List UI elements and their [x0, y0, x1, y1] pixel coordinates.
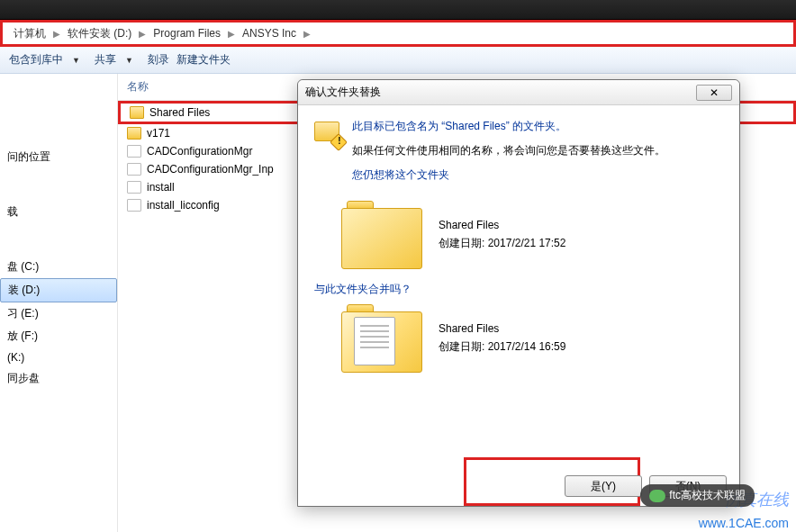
breadcrumb-item[interactable]: ANSYS Inc: [239, 25, 300, 41]
breadcrumb-item[interactable]: 软件安装 (D:): [64, 24, 135, 43]
overlay-url: www.1CAE.com: [699, 516, 789, 530]
folder-icon: [127, 127, 141, 140]
explorer-toolbar: 包含到库中▼ 共享▼ 刻录 新建文件夹: [0, 47, 796, 74]
folder-name: Shared Files: [439, 320, 565, 338]
folder-name: Shared Files: [439, 217, 565, 234]
share-button[interactable]: 共享▼: [95, 52, 140, 68]
close-button[interactable]: ✕: [696, 85, 732, 101]
chevron-right-icon: ▶: [224, 29, 239, 39]
address-bar[interactable]: 计算机 ▶ 软件安装 (D:) ▶ Program Files ▶ ANSYS …: [0, 20, 796, 47]
warning-folder-icon: [314, 118, 343, 147]
file-icon: [127, 181, 141, 194]
dialog-message: 此目标已包含名为 “Shared Files” 的文件夹。 如果任何文件使用相同…: [352, 118, 723, 192]
nav-drive[interactable]: 放 (F:): [0, 325, 117, 347]
nav-drive[interactable]: (K:): [0, 347, 117, 367]
merge-question: 与此文件夹合并吗？: [314, 282, 723, 297]
dialog-title-text: 确认文件夹替换: [305, 85, 381, 100]
file-name: install: [147, 181, 175, 194]
new-folder-button[interactable]: 新建文件夹: [176, 52, 231, 68]
file-icon: [127, 145, 141, 158]
overlay-badge: ftc高校技术联盟: [640, 484, 755, 507]
chevron-right-icon: ▶: [300, 29, 314, 39]
chat-icon: [649, 490, 665, 502]
file-icon: [127, 163, 141, 176]
nav-drive-selected[interactable]: 装 (D:): [0, 278, 117, 302]
folder-large-icon: [341, 201, 422, 269]
breadcrumb-item[interactable]: Program Files: [149, 25, 224, 41]
burn-button[interactable]: 刻录: [148, 52, 169, 68]
yes-button[interactable]: 是(Y): [565, 475, 642, 497]
folder-open-icon: [341, 304, 422, 373]
file-name: CADConfigurationMgr: [147, 145, 252, 158]
file-name: CADConfigurationMgr_Inp: [147, 163, 274, 176]
breadcrumb-item[interactable]: 计算机: [10, 24, 50, 43]
nav-tree[interactable]: 问的位置 载 盘 (C:) 装 (D:) 习 (E:) 放 (F:) (K:) …: [0, 74, 117, 532]
file-icon: [127, 199, 141, 212]
confirm-replace-dialog: 确认文件夹替换 ✕ 此目标已包含名为 “Shared Files” 的文件夹。 …: [297, 79, 740, 507]
file-name: install_licconfig: [147, 199, 220, 212]
file-name: Shared Files: [149, 106, 210, 119]
nav-drive[interactable]: 盘 (C:): [0, 256, 117, 278]
window-titlebar: [0, 0, 796, 20]
file-name: v171: [147, 127, 170, 140]
chevron-right-icon: ▶: [50, 29, 64, 39]
folder-icon: [130, 106, 144, 119]
target-folder-block: Shared Files 创建日期: 2017/2/14 16:59: [341, 304, 723, 373]
source-folder-block: Shared Files 创建日期: 2017/2/21 17:52: [341, 201, 723, 269]
nav-drive[interactable]: 习 (E:): [0, 302, 117, 325]
nav-downloads[interactable]: 载: [0, 201, 117, 223]
nav-drive[interactable]: 同步盘: [0, 367, 117, 390]
chevron-right-icon: ▶: [135, 29, 149, 39]
dialog-body: 此目标已包含名为 “Shared Files” 的文件夹。 如果任何文件使用相同…: [298, 105, 739, 392]
include-library-button[interactable]: 包含到库中▼: [9, 52, 87, 68]
nav-recent[interactable]: 问的位置: [0, 146, 117, 168]
dialog-titlebar[interactable]: 确认文件夹替换 ✕: [298, 80, 739, 105]
